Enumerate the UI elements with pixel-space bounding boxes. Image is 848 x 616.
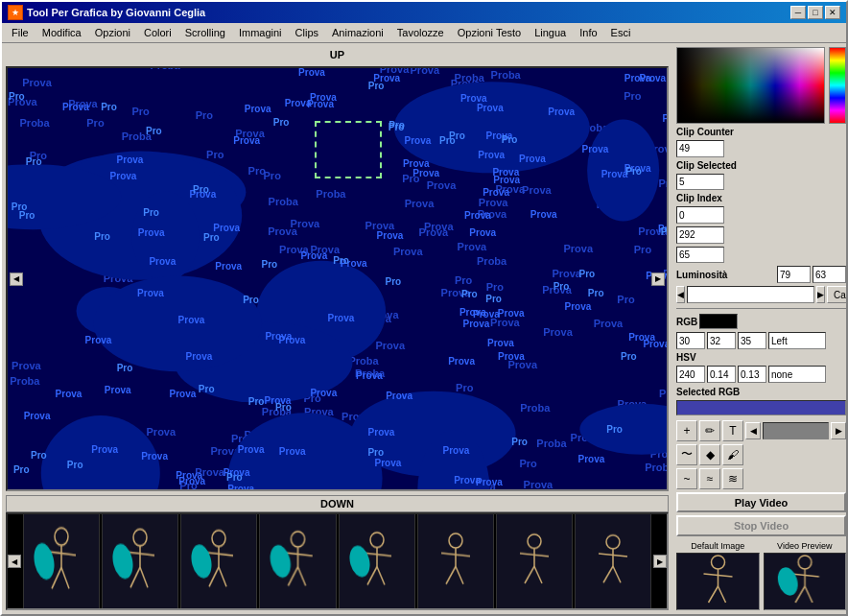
- right-panel: Clip Counter Clip Selected Clip Index Lu…: [672, 43, 846, 614]
- minimize-button[interactable]: ─: [790, 6, 806, 19]
- thumbnail-8[interactable]: [575, 512, 651, 610]
- tool-row-2: 〜 ◆ 🖌: [676, 444, 846, 465]
- divider-1: [676, 308, 846, 309]
- thumbnail-strip: ◀ ▶: [6, 512, 669, 610]
- color-picker-area: [676, 47, 846, 124]
- field-65-input[interactable]: [676, 247, 724, 264]
- play-video-button[interactable]: Play Video: [676, 492, 846, 513]
- thumb-canvas-5: [340, 512, 414, 610]
- nav-next-btn[interactable]: ▶: [816, 286, 825, 303]
- scroll-right-arrow[interactable]: ▶: [651, 272, 665, 286]
- rgb-g-input[interactable]: [707, 332, 736, 349]
- tool-extra3-btn[interactable]: ≋: [722, 468, 743, 489]
- preview-row: Default Image Video Preview: [676, 541, 846, 610]
- title-bar: ★ Tool Per Grafica by Giovanni Ceglia ─ …: [2, 2, 846, 23]
- thumbnail-5[interactable]: [339, 512, 415, 610]
- thumbnail-3[interactable]: [180, 512, 257, 610]
- video-preview-label: Video Preview: [764, 541, 847, 551]
- tool-row-3: ~ ≈ ≋: [676, 468, 846, 489]
- down-label: DOWN: [6, 495, 669, 512]
- menu-opzioni-testo[interactable]: Opzioni Testo: [452, 25, 527, 40]
- nav-prev-btn[interactable]: ◀: [676, 286, 685, 303]
- field-292-input[interactable]: [676, 226, 724, 244]
- thumb-canvas-7: [497, 512, 572, 610]
- menu-lingua[interactable]: Lingua: [529, 25, 572, 40]
- maximize-button[interactable]: □: [808, 6, 823, 19]
- down-section: DOWN ◀ ▶: [6, 495, 669, 610]
- tool-plus-btn[interactable]: +: [676, 420, 697, 441]
- strip-left-arrow[interactable]: ◀: [8, 555, 21, 568]
- menu-modifica[interactable]: Modifica: [36, 25, 87, 40]
- menu-opzioni[interactable]: Opzioni: [89, 25, 136, 40]
- menu-animazioni[interactable]: Animazioni: [326, 25, 389, 40]
- window-title: Tool Per Grafica by Giovanni Ceglia: [27, 7, 205, 18]
- tool-wave-btn[interactable]: 〜: [676, 444, 697, 465]
- rgb-r-input[interactable]: [676, 332, 705, 349]
- main-canvas[interactable]: [8, 68, 667, 491]
- strip-right-arrow[interactable]: ▶: [653, 555, 667, 568]
- nav-input[interactable]: [687, 286, 814, 303]
- menu-immagini[interactable]: Immagini: [233, 25, 288, 40]
- close-button[interactable]: ✕: [825, 6, 840, 19]
- hsv-h-input[interactable]: [676, 366, 705, 383]
- rgb-b-input[interactable]: [738, 332, 766, 349]
- thumbnail-2[interactable]: [102, 512, 178, 610]
- menu-bar: File Modifica Opzioni Colori Scrolling I…: [2, 23, 846, 43]
- tool-pencil-btn[interactable]: ✏: [699, 420, 720, 441]
- thumbnail-4[interactable]: [259, 512, 336, 610]
- clip-counter-input[interactable]: [676, 140, 724, 157]
- rgb-text-input[interactable]: [768, 332, 826, 349]
- menu-clips[interactable]: Clips: [290, 25, 324, 40]
- clip-index-input[interactable]: [676, 206, 724, 224]
- selected-rgb-label: Selected RGB: [676, 387, 740, 397]
- color-gradient[interactable]: [676, 47, 825, 124]
- rgb-label: RGB: [676, 317, 697, 327]
- up-label: UP: [6, 47, 669, 62]
- color-nav: ◀ ▶: [745, 422, 846, 439]
- menu-info[interactable]: Info: [574, 25, 602, 40]
- preview-canvas-2: [765, 554, 846, 609]
- left-panel: UP ◀ ▶ DOWN ◀: [2, 43, 672, 614]
- rgb-row: RGB: [676, 314, 846, 329]
- clip-index-row: Clip Index: [676, 193, 846, 203]
- tool-extra2-btn[interactable]: ≈: [699, 468, 720, 489]
- thumbnail-6[interactable]: [417, 512, 494, 610]
- cambia-button[interactable]: Cambia: [827, 286, 846, 303]
- menu-file[interactable]: File: [6, 25, 35, 40]
- clip-counter-label: Clip Counter: [676, 127, 734, 137]
- luminosita-input2[interactable]: [813, 266, 846, 283]
- hsv-text-input[interactable]: [768, 366, 826, 383]
- scroll-left-arrow[interactable]: ◀: [10, 272, 23, 286]
- app-icon: ★: [8, 5, 23, 20]
- video-preview-image: [764, 553, 847, 610]
- menu-esci[interactable]: Esci: [605, 25, 637, 40]
- preview-canvas-1: [677, 554, 759, 609]
- tool-diamond-btn[interactable]: ◆: [699, 444, 720, 465]
- thumb-canvas-3: [181, 512, 256, 610]
- canvas-frame: ◀ ▶: [6, 66, 669, 491]
- clip-selected-label: Clip Selected: [676, 160, 737, 171]
- clip-selected-input[interactable]: [676, 174, 724, 191]
- tool-text-btn[interactable]: T: [722, 420, 743, 441]
- tool-paint-btn[interactable]: 🖌: [722, 444, 743, 465]
- hsv-s-input[interactable]: [707, 366, 736, 383]
- luminosita-input1[interactable]: [777, 266, 811, 283]
- thumbnail-7[interactable]: [496, 512, 573, 610]
- luminosita-label: Luminosità: [676, 270, 727, 280]
- hsv-v-input[interactable]: [738, 366, 766, 383]
- thumb-canvas-4: [260, 512, 335, 610]
- thumbnail-1[interactable]: [23, 512, 100, 610]
- menu-tavolozze[interactable]: Tavolozze: [391, 25, 450, 40]
- hue-bar[interactable]: [829, 47, 846, 124]
- color-nav-left[interactable]: ◀: [745, 422, 761, 439]
- title-bar-left: ★ Tool Per Grafica by Giovanni Ceglia: [8, 5, 205, 20]
- luminosita-row: Luminosità: [676, 266, 846, 283]
- thumb-canvas-1: [24, 512, 99, 610]
- hsv-label: HSV: [676, 352, 696, 363]
- tool-extra1-btn[interactable]: ~: [676, 468, 697, 489]
- thumbnails-container: [21, 512, 653, 610]
- menu-colori[interactable]: Colori: [138, 25, 177, 40]
- stop-video-button[interactable]: Stop Video: [676, 515, 846, 536]
- color-nav-right[interactable]: ▶: [831, 422, 846, 439]
- menu-scrolling[interactable]: Scrolling: [179, 25, 231, 40]
